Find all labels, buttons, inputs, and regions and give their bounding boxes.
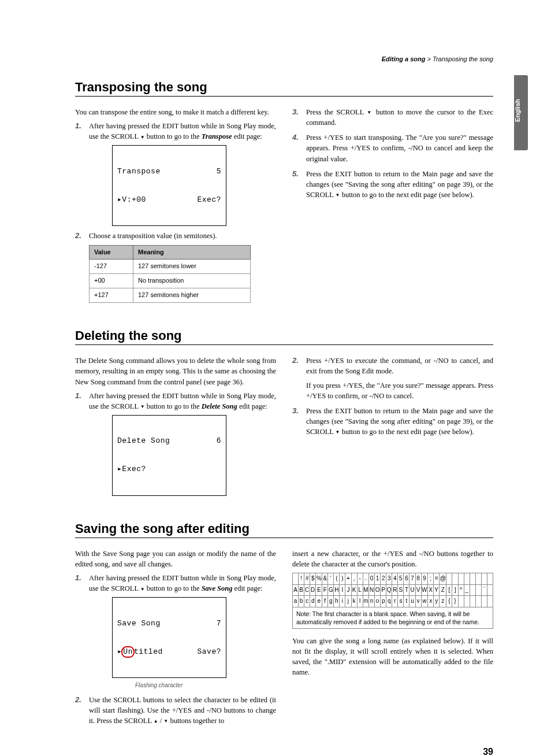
charset-cell: g [328,596,334,607]
breadcrumb: Editing a song > Transposing the song [75,55,493,62]
col-left: The Delete Song command allows you to de… [75,355,276,501]
charset-cell: L [357,584,363,596]
charset-cell [293,573,299,585]
charset-cell [470,596,475,607]
scroll-down-icon [140,584,145,592]
scroll-down-icon [336,428,340,436]
intro-text: The Delete Song command allows you to de… [75,355,276,387]
charset-cell [481,573,487,585]
charset-cell: b [299,596,304,607]
charset-cell: y [434,596,440,607]
value-table: ValueMeaning -127127 semitones lower +00… [89,245,251,303]
charset-cell: d [310,596,316,607]
charset-cell: F [322,584,328,596]
charset-cell: 8 [415,573,421,585]
charset-cell: m [363,596,368,607]
charset-cell [464,596,470,607]
right-para-b: You can give the song a long name (as ex… [292,636,493,678]
charset-cell: # [304,573,310,585]
lcd-caption: Flashing character [135,681,276,690]
charset-cell: R [392,584,398,596]
charset-cell: i [340,596,345,607]
table-row: -127127 semitones lower [90,260,251,274]
charset-cell: & [322,573,328,585]
charset-cell [487,596,493,607]
scroll-down-icon [140,402,145,410]
step-1: 1. After having pressed the EDIT button … [75,391,276,496]
charset-cell: C [304,584,310,596]
charset-cell: ^ [458,584,464,596]
charset-cell [475,596,481,607]
charset-cell: ! [299,573,304,585]
charset-cell: e [316,596,322,607]
charset-cell: l [357,596,363,607]
charset-cell [487,584,493,596]
charset-cell: v [415,596,421,607]
heading-transposing: Transposing the song [75,80,493,97]
breadcrumb-page: Transposing the song [433,55,493,62]
charset-cell: ( [334,573,340,585]
charset-cell: ' [328,573,334,585]
charset-cell [475,584,481,596]
lcd-delete: Delete Song6 ▸Exec? [112,415,226,496]
charset-cell [470,584,475,596]
breadcrumb-sep: > [425,55,433,62]
charset-cell: n [369,596,375,607]
charset-cell: x [428,596,434,607]
charset-cell: u [409,596,415,607]
charset-cell: 7 [409,573,415,585]
charset-cell: ; [428,573,434,585]
charset-note: Note: The first character is a blank spa… [292,607,493,629]
section-transposing: Transposing the song You can transpose t… [75,80,493,307]
charset-cell: a [293,596,299,607]
step-2: 2. Use the SCROLL buttons to select the … [75,695,276,726]
charset-table: !#$%&'()+,-.0123456789;=@ ABCDEFGHIJKLMN… [292,573,493,607]
charset-cell: V [415,584,421,596]
charset-cell: c [304,596,310,607]
table-row: +00No transposition [90,274,251,288]
charset-cell: X [428,584,434,596]
charset-cell: 3 [386,573,392,585]
charset-cell: t [404,596,409,607]
charset-cell: T [404,584,409,596]
col-right: 3. Press the SCROLL button to move the c… [292,107,493,307]
charset-cell: S [398,584,404,596]
flashing-cursor-icon: Un [121,646,135,658]
charset-cell: h [334,596,340,607]
col-left: With the Save Song page you can assign o… [75,549,276,731]
scroll-down-icon [140,132,145,140]
charset-cell: = [434,573,440,585]
charset-cell: J [345,584,351,596]
step-1: 1. After having pressed the EDIT button … [75,121,276,226]
charset-cell: N [369,584,375,596]
breadcrumb-section: Editing a song [382,55,426,62]
step-2: 2. Press +/YES to execute the command, o… [292,355,493,401]
step-2: 2. Choose a transposition value (in semi… [75,231,276,303]
charset-cell: ` [481,584,487,596]
charset-cell [475,573,481,585]
charset-cell: z [440,596,446,607]
charset-cell: s [398,596,404,607]
charset-cell: ) [340,573,345,585]
charset-cell [458,573,464,585]
section-deleting: Deleting the song The Delete Song comman… [75,328,493,501]
charset-cell: % [316,573,322,585]
charset-cell: } [452,596,458,607]
charset-cell: r [392,596,398,607]
charset-cell: K [351,584,357,596]
charset-cell: W [421,584,428,596]
charset-cell: M [363,584,368,596]
charset-cell: q [386,596,392,607]
charset-cell: _ [464,584,470,596]
charset-cell [464,573,470,585]
heading-saving: Saving the song after editing [75,521,493,538]
charset-cell [487,573,493,585]
lcd-transpose: Transpose5 ▸V:+00Exec? [112,145,226,226]
charset-cell: P [381,584,386,596]
charset-cell: j [345,596,351,607]
charset-cell: E [316,584,322,596]
step-3: 3. Press the EXIT button to return to th… [292,406,493,437]
charset-cell: B [299,584,304,596]
charset-cell: U [409,584,415,596]
step-4: 4. Press +/YES to start transposing. The… [292,132,493,164]
